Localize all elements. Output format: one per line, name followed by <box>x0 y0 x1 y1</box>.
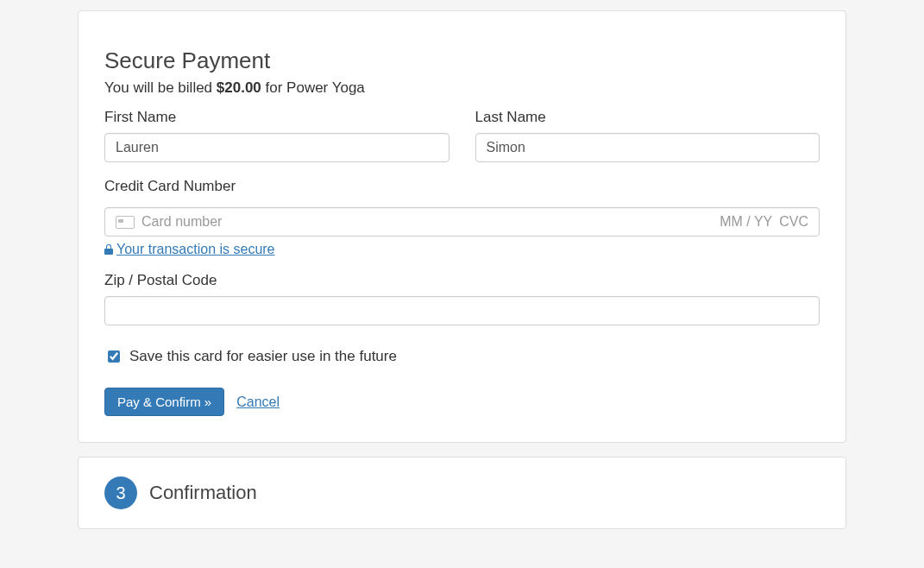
cancel-link[interactable]: Cancel <box>236 394 280 410</box>
last-name-label: Last Name <box>475 109 820 126</box>
zip-input[interactable] <box>104 296 820 325</box>
credit-card-icon <box>116 216 135 229</box>
payment-panel: Secure Payment You will be billed $20.00… <box>78 10 846 443</box>
save-card-checkbox[interactable] <box>108 350 120 363</box>
first-name-input[interactable] <box>104 133 449 162</box>
secure-transaction-text: Your transaction is secure <box>116 242 275 257</box>
cc-number-placeholder: Card number <box>141 214 720 230</box>
confirmation-panel: 3 Confirmation <box>78 457 846 529</box>
first-name-label: First Name <box>104 109 449 126</box>
billing-subtitle: You will be billed $20.00 for Power Yoga <box>104 79 820 97</box>
page-title: Secure Payment <box>104 47 820 74</box>
cc-cvc-placeholder: CVC <box>779 214 808 230</box>
cc-label: Credit Card Number <box>104 178 236 194</box>
zip-label: Zip / Postal Code <box>104 272 217 288</box>
confirmation-title: Confirmation <box>149 482 257 504</box>
save-card-label[interactable]: Save this card for easier use in the fut… <box>129 348 397 365</box>
step-number-badge: 3 <box>104 476 137 509</box>
billing-prefix: You will be billed <box>104 79 217 96</box>
last-name-input[interactable] <box>475 133 820 162</box>
billing-suffix: for Power Yoga <box>261 79 365 96</box>
cc-input-group[interactable]: Card number MM / YY CVC <box>104 207 820 237</box>
lock-icon <box>104 244 113 255</box>
cc-expiry-placeholder: MM / YY <box>720 214 772 230</box>
secure-transaction-link[interactable]: Your transaction is secure <box>104 242 275 257</box>
billing-amount: $20.00 <box>217 79 261 96</box>
pay-confirm-button[interactable]: Pay & Confirm » <box>104 388 224 416</box>
